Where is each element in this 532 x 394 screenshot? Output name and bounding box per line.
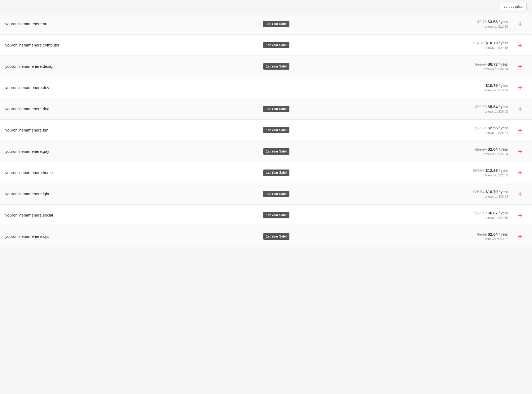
domain-row: youronlinenamehere.horse1st Year Sale!$2… [0, 162, 532, 183]
sale-badge-col: 1st Year Sale! [224, 233, 329, 240]
add-domain-button[interactable]: + [517, 127, 523, 134]
price-original: $36.54 [473, 190, 484, 194]
add-col: + [513, 20, 527, 27]
add-domain-button[interactable]: + [517, 190, 523, 197]
price-line: $10.79 / year [329, 83, 508, 88]
price-original: $26.24 [475, 147, 487, 151]
sort-by-price-button[interactable]: sort by price [500, 3, 527, 10]
price-renews: renews at $26.24 [329, 152, 508, 156]
price-line: $24.18$6.67 / year [329, 211, 508, 215]
sale-badge: 1st Year Sale! [263, 148, 289, 155]
domain-row: youronlinenamehere.computer1st Year Sale… [0, 35, 532, 56]
add-domain-button[interactable]: + [517, 20, 523, 27]
price-line: $21.09$12.85 / year [329, 168, 508, 173]
price-original: $24.18 [475, 211, 487, 215]
price-col: $39.63$5.64 / yearrenews at $39.63 [329, 104, 513, 113]
domain-list: youronlinenamehere.art1st Year Sale!$9.7… [0, 13, 532, 247]
domain-name: youronlinenamehere.xyz [5, 234, 224, 239]
domain-row: youronlinenamehere.dev$10.79 / yearrenew… [0, 77, 532, 98]
domain-row: youronlinenamehere.xyz1st Year Sale!$9.9… [0, 226, 532, 247]
price-original: $36.54 [475, 62, 487, 66]
price-line: $26.24$2.55 / year [329, 126, 508, 130]
add-col: + [513, 233, 527, 240]
price-per-year: / year [498, 168, 508, 173]
add-domain-button[interactable]: + [517, 84, 523, 91]
price-renews: renews at $9.92 [329, 237, 508, 241]
price-per-year: / year [498, 147, 508, 151]
price-original: $39.63 [475, 105, 487, 109]
add-domain-button[interactable]: + [517, 42, 523, 49]
add-col: + [513, 105, 527, 112]
price-sale: $8.73 [488, 62, 498, 66]
price-per-year: / year [498, 41, 508, 45]
price-col: $21.09$12.85 / yearrenews at $21.09 [329, 168, 513, 177]
add-col: + [513, 127, 527, 134]
domain-name: youronlinenamehere.design [5, 64, 224, 69]
price-per-year: / year [498, 232, 508, 236]
sale-badge-col: 1st Year Sale! [224, 127, 329, 133]
price-per-year: / year [498, 190, 508, 194]
add-domain-button[interactable]: + [517, 212, 523, 219]
price-sale: $12.85 [485, 168, 498, 173]
domain-row: youronlinenamehere.design1st Year Sale!$… [0, 56, 532, 77]
price-original: $26.24 [475, 126, 487, 130]
price-line: $26.24$2.04 / year [329, 147, 508, 151]
price-renews: renews at $10.79 [329, 88, 508, 92]
domain-name: youronlinenamehere.lgbt [5, 192, 224, 196]
price-renews: renews at $24.18 [329, 216, 508, 220]
price-renews: renews at $12.85 [329, 25, 508, 28]
add-domain-button[interactable]: + [517, 169, 523, 176]
sale-badge: 1st Year Sale! [263, 191, 289, 197]
add-col: + [513, 212, 527, 219]
domain-row: youronlinenamehere.lgbt1st Year Sale!$36… [0, 183, 532, 205]
sale-badge: 1st Year Sale! [263, 21, 289, 27]
price-original: $9.92 [477, 232, 487, 236]
price-line: $36.54$10.79 / year [329, 189, 508, 194]
sale-badge-col: 1st Year Sale! [224, 42, 329, 48]
price-regular: $10.79 [485, 83, 498, 88]
price-per-year: / year [498, 83, 508, 88]
price-col: $24.18$10.79 / yearrenews at $24.18 [329, 41, 513, 50]
price-renews: renews at $36.54 [329, 67, 508, 71]
price-sale: $10.79 [485, 189, 498, 194]
price-renews: renews at $21.09 [329, 173, 508, 177]
sale-badge-col: 1st Year Sale! [224, 63, 329, 70]
price-original: $21.09 [473, 168, 484, 173]
sale-badge-col: 1st Year Sale! [224, 106, 329, 112]
price-sale: $2.55 [488, 126, 498, 130]
price-renews: renews at $36.54 [329, 195, 508, 198]
price-sale: $5.64 [488, 104, 498, 109]
price-line: $36.54$8.73 / year [329, 62, 508, 66]
price-col: $24.18$6.67 / yearrenews at $24.18 [329, 211, 513, 220]
sale-badge: 1st Year Sale! [263, 106, 289, 112]
price-line: $39.63$5.64 / year [329, 104, 508, 109]
domain-name: youronlinenamehere.horse [5, 170, 224, 175]
price-col: $36.54$10.79 / yearrenews at $36.54 [329, 189, 513, 198]
add-col: + [513, 63, 527, 70]
sale-badge-col: 1st Year Sale! [224, 191, 329, 197]
price-sale: $10.79 [485, 41, 498, 45]
price-col: $9.76$3.58 / yearrenews at $12.85 [329, 19, 513, 28]
domain-name: youronlinenamehere.fun [5, 128, 224, 132]
domain-name: youronlinenamehere.art [5, 22, 224, 26]
sale-badge: 1st Year Sale! [263, 42, 289, 48]
add-col: + [513, 190, 527, 197]
add-col: + [513, 169, 527, 176]
sale-badge: 1st Year Sale! [263, 63, 289, 70]
price-original: $24.18 [473, 41, 484, 45]
add-domain-button[interactable]: + [517, 233, 523, 240]
domain-name: youronlinenamehere.computer [5, 43, 224, 47]
add-domain-button[interactable]: + [517, 63, 523, 70]
price-line: $9.92$2.04 / year [329, 232, 508, 236]
price-per-year: / year [498, 20, 508, 24]
domain-row: youronlinenamehere.fun1st Year Sale!$26.… [0, 120, 532, 141]
add-domain-button[interactable]: + [517, 148, 523, 155]
sale-badge-col: 1st Year Sale! [224, 170, 329, 176]
sale-badge-col: 1st Year Sale! [224, 212, 329, 218]
price-col: $10.79 / yearrenews at $10.79 [329, 83, 513, 92]
price-per-year: / year [498, 211, 508, 215]
price-line: $24.18$10.79 / year [329, 41, 508, 45]
domain-name: youronlinenamehere.dev [5, 85, 224, 90]
sale-badge: 1st Year Sale! [263, 127, 289, 133]
add-domain-button[interactable]: + [517, 105, 523, 112]
